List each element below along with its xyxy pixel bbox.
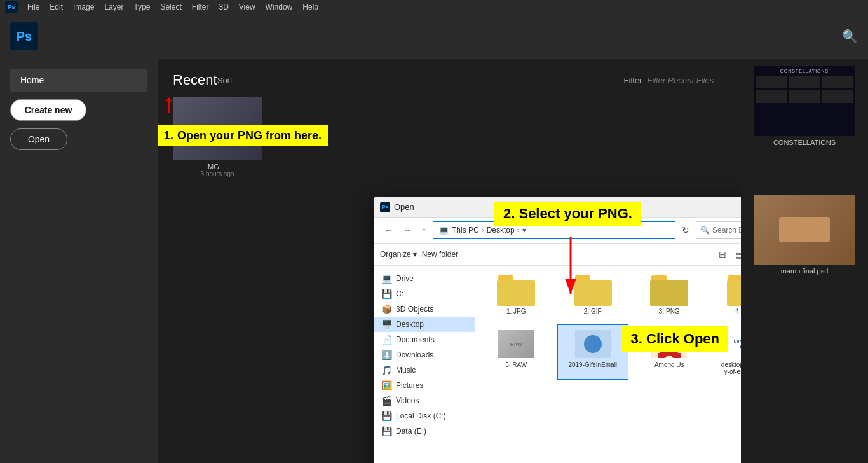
right-thumb-name-mamu: mamu final.psd [781,267,829,275]
organize-button[interactable]: Organize ▾ [380,250,417,259]
new-folder-button[interactable]: New folder [422,250,458,259]
search-input-dialog[interactable] [712,226,741,235]
details-view-button[interactable]: ▤ [732,248,741,261]
sidebar-label-desktop: Desktop [396,320,424,329]
sidebar-label-localdisk: Local Disk (C:) [396,411,446,420]
sidebar-dialog-data[interactable]: 💾 Data (E:) [374,424,475,439]
menu-3d[interactable]: 3D [214,1,233,13]
step1-annotation: ↑ [163,90,175,116]
toolbar-icons: ⊟ ▤ ◫ ? [715,247,741,261]
folder-png-icon [650,275,688,306]
title-bar: Ps 🔍 [0,14,868,59]
nav-forward-button[interactable]: → [399,224,416,237]
step1-number: 1. [164,129,173,142]
nav-back-button[interactable]: ← [380,224,397,237]
file-item-jpg[interactable]: 1. JPG [480,271,552,319]
sidebar-dialog-localdisk[interactable]: 💾 Local Disk (C:) [374,408,475,424]
sidebar-dialog-downloads[interactable]: ⬇️ Downloads [374,347,475,363]
menu-layer[interactable]: Layer [100,1,128,13]
right-thumb-name-constellations: CONSTELLATIONS [773,139,836,146]
step3-annotation: 3. Click Open [622,326,728,352]
open-button[interactable]: Open [10,128,67,150]
sidebar-label-documents: Documents [396,335,435,344]
step1-label: 1. Open your PNG from here. [158,125,328,146]
menu-window[interactable]: Window [261,1,297,13]
documents-icon: 📄 [381,335,392,345]
refresh-button[interactable]: ↻ [678,224,693,237]
file-name-gifs: 2019-GifsInEmail [568,361,617,368]
recent-header: Recent Sort Filter ≡ ⊞ [173,71,726,89]
breadcrumb-dropdown[interactable]: ▾ [522,226,526,235]
raw-thumb-icon: RAW [497,329,535,359]
file-name-gif: 2. GIF [584,308,602,315]
folder-jpg-icon [497,275,535,306]
breadcrumb-pc[interactable]: This PC [452,226,479,235]
file-name-raw: 5. RAW [505,361,527,368]
home-button[interactable]: Home [10,69,147,92]
dialog-body: 💻 Drive 💾 C: 📦 3D Objects 🖥️ Desktop [374,266,741,463]
sidebar-dialog-documents[interactable]: 📄 Documents [374,332,475,347]
sidebar-dialog-c[interactable]: 💾 C: [374,286,475,301]
step2-annotation: 2. Select your PNG. [494,202,641,226]
file-item-bmp[interactable]: 4. BMP [710,271,742,319]
sidebar-dialog-drive[interactable]: 💻 Drive [374,271,475,286]
file-item-png[interactable]: 3. PNG [634,271,705,319]
sidebar-label-videos: Videos [396,396,419,405]
file-item-raw[interactable]: RAW 5. RAW [480,324,552,380]
menu-type[interactable]: Type [129,1,154,13]
file-name-jpg: 1. JPG [506,308,526,315]
menu-filter[interactable]: Filter [187,1,214,13]
file-name-essex: desktop_university-of-essex-logo [721,361,741,375]
filter-input[interactable] [647,76,736,85]
desktop-icon: 🖥️ [381,319,392,329]
sidebar-label-music: Music [396,366,416,375]
folder-gif-icon [574,275,612,306]
menu-file[interactable]: File [23,1,44,13]
drive-icon: 💻 [381,273,392,284]
sidebar-dialog-desktop[interactable]: 🖥️ Desktop [374,317,475,332]
dialog-title-text: Open [394,202,414,212]
recent-title: Recent [173,72,217,88]
3dobjects-icon: 📦 [381,304,392,314]
nav-up-button[interactable]: ↑ [418,224,430,237]
menu-view[interactable]: View [234,1,260,13]
ps-menu-icon: Ps [5,1,18,13]
filter-label: Filter [624,76,642,85]
dialog-toolbar: Organize ▾ New folder ⊟ ▤ ◫ ? [374,244,741,266]
sidebar-dialog-pictures[interactable]: 🖼️ Pictures [374,378,475,393]
right-thumb-constellations[interactable]: CONSTELLATIONS CONSTELLATIONS [746,66,863,146]
menu-help[interactable]: Help [298,1,323,13]
data-icon: 💾 [381,426,392,436]
step1-text: Open your PNG from here. [177,129,322,142]
file-name-png: 3. PNG [659,308,680,315]
file-item-gif[interactable]: 2. GIF [557,271,629,319]
sidebar-dialog-videos[interactable]: 🎬 Videos [374,393,475,408]
videos-icon: 🎬 [381,396,392,406]
file-item-gifs[interactable]: 2019-GifsInEmail [557,324,629,380]
file-name-among: Among Us [654,361,684,368]
dialog-title-left: Ps Open [380,202,414,212]
sidebar-dialog-music[interactable]: 🎵 Music [374,363,475,378]
create-new-button[interactable]: Create new [10,99,86,121]
search-icon[interactable]: 🔍 [842,29,858,44]
file-name-bmp: 4. BMP [735,308,741,315]
view-change-button[interactable]: ⊟ [715,248,729,261]
menu-select[interactable]: Select [156,1,186,13]
sidebar-dialog-3dobjects[interactable]: 📦 3D Objects [374,301,475,317]
essex-thumb-icon: University of Essex [727,329,741,359]
organize-dropdown-icon: ▾ [413,250,417,259]
content-area: ↑ 1. Open your PNG from here. 2. Select … [158,59,741,463]
music-icon: 🎵 [381,365,392,375]
search-box: 🔍 [696,221,741,239]
menu-image[interactable]: Image [69,1,98,13]
sidebar-label-drive: Drive [396,274,414,283]
right-thumb-mamu[interactable]: mamu final.psd [746,195,863,275]
pc-icon: 💻 [438,225,449,235]
breadcrumb-desktop[interactable]: Desktop [487,226,515,235]
sidebar-label-3dobjects: 3D Objects [396,305,433,314]
c-icon: 💾 [381,289,392,299]
gifs-thumb-icon [574,329,612,359]
thumb-name-1: IMG_... [206,163,229,170]
menu-edit[interactable]: Edit [45,1,67,13]
sidebar-label-pictures: Pictures [396,381,423,390]
